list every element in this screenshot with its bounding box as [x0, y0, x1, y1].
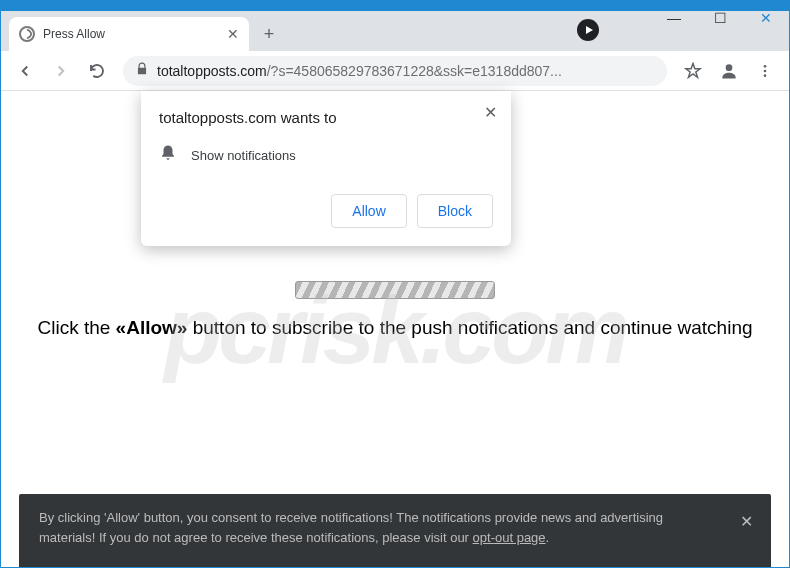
svg-point-3 [764, 74, 767, 77]
kebab-menu-icon[interactable] [749, 55, 781, 87]
minimize-button[interactable]: — [651, 1, 697, 35]
opt-out-link[interactable]: opt-out page [473, 530, 546, 545]
consent-close-button[interactable]: ✕ [740, 510, 753, 534]
consent-banner: ✕ By clicking 'Allow' button, you consen… [19, 494, 771, 568]
browser-tab[interactable]: Press Allow ✕ [9, 17, 249, 51]
svg-point-2 [764, 69, 767, 72]
url-text: totaltopposts.com/?s=458065829783671228&… [157, 63, 655, 79]
dialog-close-button[interactable]: ✕ [484, 103, 497, 122]
address-bar[interactable]: totaltopposts.com/?s=458065829783671228&… [123, 56, 667, 86]
tab-close-button[interactable]: ✕ [227, 26, 239, 42]
browser-toolbar: totaltopposts.com/?s=458065829783671228&… [1, 51, 789, 91]
page-content: pcrisk.com ✕ totaltopposts.com wants to … [1, 91, 789, 568]
bookmark-star-icon[interactable] [677, 55, 709, 87]
bell-icon [159, 144, 177, 166]
svg-point-1 [764, 65, 767, 68]
progress-bar [295, 281, 495, 299]
dialog-title: totaltopposts.com wants to [159, 109, 493, 126]
consent-text: By clicking 'Allow' button, you consent … [39, 510, 663, 545]
maximize-button[interactable]: ☐ [697, 1, 743, 35]
media-play-icon[interactable] [577, 19, 599, 41]
globe-icon [19, 26, 35, 42]
window-controls: — ☐ ✕ [651, 1, 789, 35]
back-button[interactable] [9, 55, 41, 87]
permission-item: Show notifications [159, 140, 493, 170]
svg-point-0 [726, 64, 733, 71]
reload-button[interactable] [81, 55, 113, 87]
lock-icon [135, 62, 149, 79]
instruction-text: Click the «Allow» button to subscribe to… [1, 317, 789, 339]
notification-permission-dialog: ✕ totaltopposts.com wants to Show notifi… [141, 91, 511, 246]
dialog-buttons: Allow Block [159, 194, 493, 228]
allow-button[interactable]: Allow [331, 194, 406, 228]
profile-avatar-icon[interactable] [713, 55, 745, 87]
block-button[interactable]: Block [417, 194, 493, 228]
close-window-button[interactable]: ✕ [743, 1, 789, 35]
forward-button [45, 55, 77, 87]
permission-label: Show notifications [191, 148, 296, 163]
new-tab-button[interactable]: + [255, 20, 283, 48]
tab-title: Press Allow [43, 27, 219, 41]
